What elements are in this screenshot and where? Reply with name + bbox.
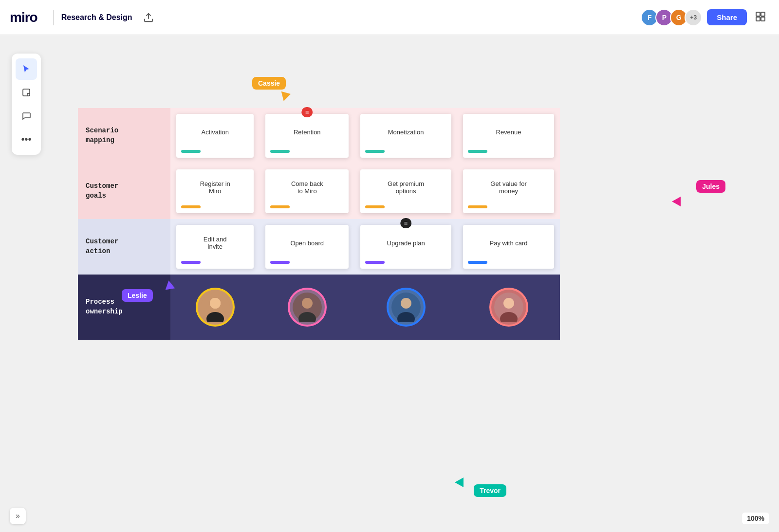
svg-point-14 <box>401 298 411 309</box>
process-avatar-4 <box>489 288 528 327</box>
note-bar-revenue <box>468 150 487 153</box>
app-logo: miro <box>10 10 37 25</box>
cell-goals-premium[interactable]: Get premiumoptions <box>354 164 457 219</box>
svg-rect-2 <box>761 12 765 16</box>
topbar-right: F P G +3 Share <box>641 8 769 27</box>
note-activation[interactable]: Activation <box>176 114 254 158</box>
note-bar-upgrade <box>365 261 385 264</box>
comment-badge-upgrade: ≡ <box>400 218 412 228</box>
row-label-process: Processownership <box>78 275 170 340</box>
cell-process-1 <box>170 275 260 340</box>
cell-scenario-revenue[interactable]: Revenue <box>457 108 560 164</box>
trevor-cursor-tooltip: Trevor <box>474 484 506 497</box>
svg-rect-5 <box>23 89 30 96</box>
more-tools[interactable]: ••• <box>16 128 37 150</box>
cell-action-open-board[interactable]: Open board <box>260 219 354 275</box>
cell-scenario-activation[interactable]: Activation <box>170 108 260 164</box>
header-divider <box>53 10 54 25</box>
process-avatar-container-1 <box>176 280 254 334</box>
jules-cursor-tooltip: Jules <box>696 180 725 193</box>
note-open-board[interactable]: Open board <box>265 225 349 269</box>
svg-rect-4 <box>761 17 765 21</box>
note-text-revenue: Revenue <box>496 128 521 136</box>
note-come-back[interactable]: Come backto Miro <box>265 169 349 213</box>
note-bar-edit-invite <box>181 261 201 264</box>
cell-action-upgrade[interactable]: ≡ Upgrade plan <box>354 219 457 275</box>
svg-point-9 <box>210 298 221 309</box>
cell-goals-come-back[interactable]: Come backto Miro <box>260 164 354 219</box>
trevor-cursor-arrow <box>455 477 464 487</box>
note-premium[interactable]: Get premiumoptions <box>360 169 451 213</box>
note-bar-activation <box>181 150 201 153</box>
process-avatar-1 <box>196 288 235 327</box>
upload-button[interactable] <box>140 9 157 26</box>
cell-action-edit-invite[interactable]: Edit andinvite <box>170 219 260 275</box>
leslie-cursor-arrow <box>164 279 175 290</box>
note-upgrade[interactable]: ≡ Upgrade plan <box>360 225 451 269</box>
leslie-cursor-tooltip: Leslie <box>122 289 153 302</box>
note-register[interactable]: Register inMiro <box>176 169 254 213</box>
note-value[interactable]: Get value formoney <box>463 169 554 213</box>
note-bar-value <box>468 205 487 208</box>
note-edit-invite[interactable]: Edit andinvite <box>176 225 254 269</box>
cassie-cursor-tooltip: Cassie <box>252 77 286 90</box>
row-label-scenario: Scenariomapping <box>78 108 170 164</box>
note-text-retention: Retention <box>294 128 321 136</box>
grid-wrapper: Scenariomapping Activation ≡ Retention <box>78 108 560 340</box>
process-avatar-2 <box>288 288 327 327</box>
process-avatar-container-3 <box>360 280 451 334</box>
note-bar-come-back <box>270 205 290 208</box>
scenario-map-table: Scenariomapping Activation ≡ Retention <box>78 108 560 340</box>
note-bar-retention <box>270 150 290 153</box>
note-pay[interactable]: Pay with card <box>463 225 554 269</box>
share-button[interactable]: Share <box>707 9 747 25</box>
note-text-register: Register inMiro <box>200 180 230 195</box>
note-text-open-board: Open board <box>290 239 324 247</box>
topbar: miro Research & Design F P G +3 Share <box>0 0 779 35</box>
note-retention[interactable]: ≡ Retention <box>265 114 349 158</box>
avatar-plus: +3 <box>685 9 702 26</box>
svg-point-17 <box>503 298 514 309</box>
sticky-note-tool[interactable] <box>16 82 37 103</box>
comment-badge-retention: ≡ <box>301 107 313 117</box>
left-toolbar: ••• <box>12 54 41 155</box>
cassie-cursor-arrow <box>279 92 291 103</box>
note-bar-register <box>181 205 201 208</box>
board-title[interactable]: Research & Design <box>61 13 132 22</box>
note-revenue[interactable]: Revenue <box>463 114 554 158</box>
cell-scenario-retention[interactable]: ≡ Retention <box>260 108 354 164</box>
cell-goals-register[interactable]: Register inMiro <box>170 164 260 219</box>
comment-icon-retention: ≡ <box>305 109 309 116</box>
note-text-come-back: Come backto Miro <box>291 180 323 195</box>
canvas: Cassie Jules Leslie Trevor Scenariomappi… <box>0 35 779 532</box>
comment-icon-upgrade: ≡ <box>404 220 408 227</box>
row-customer-action: Customeraction Edit andinvite Open board <box>78 219 560 275</box>
cell-process-2 <box>260 275 354 340</box>
comment-tool[interactable] <box>16 105 37 127</box>
note-monetization[interactable]: Monetization <box>360 114 451 158</box>
note-bar-open-board <box>270 261 290 264</box>
row-label-customer-action: Customeraction <box>78 219 170 275</box>
cell-scenario-monetization[interactable]: Monetization <box>354 108 457 164</box>
row-scenario-mapping: Scenariomapping Activation ≡ Retention <box>78 108 560 164</box>
menu-icon-button[interactable] <box>752 8 769 27</box>
row-customer-goals: Customergoals Register inMiro Come backt… <box>78 164 560 219</box>
jules-cursor-arrow <box>672 197 681 206</box>
note-text-edit-invite: Edit andinvite <box>204 236 227 250</box>
note-text-upgrade: Upgrade plan <box>387 239 425 247</box>
cell-goals-value[interactable]: Get value formoney <box>457 164 560 219</box>
note-bar-monetization <box>365 150 385 153</box>
process-avatar-3 <box>387 288 426 327</box>
expand-button[interactable]: » <box>10 508 26 524</box>
process-avatar-container-2 <box>265 280 349 334</box>
note-bar-pay <box>468 261 487 264</box>
note-text-pay: Pay with card <box>490 239 528 247</box>
svg-point-11 <box>302 298 313 309</box>
note-bar-premium <box>365 205 385 208</box>
svg-rect-3 <box>756 17 760 21</box>
row-process-ownership: Processownership <box>78 275 560 340</box>
cursor-tool[interactable] <box>16 58 37 80</box>
avatar-stack: F P G +3 <box>641 9 702 26</box>
svg-rect-1 <box>756 12 760 16</box>
cell-action-pay[interactable]: Pay with card <box>457 219 560 275</box>
